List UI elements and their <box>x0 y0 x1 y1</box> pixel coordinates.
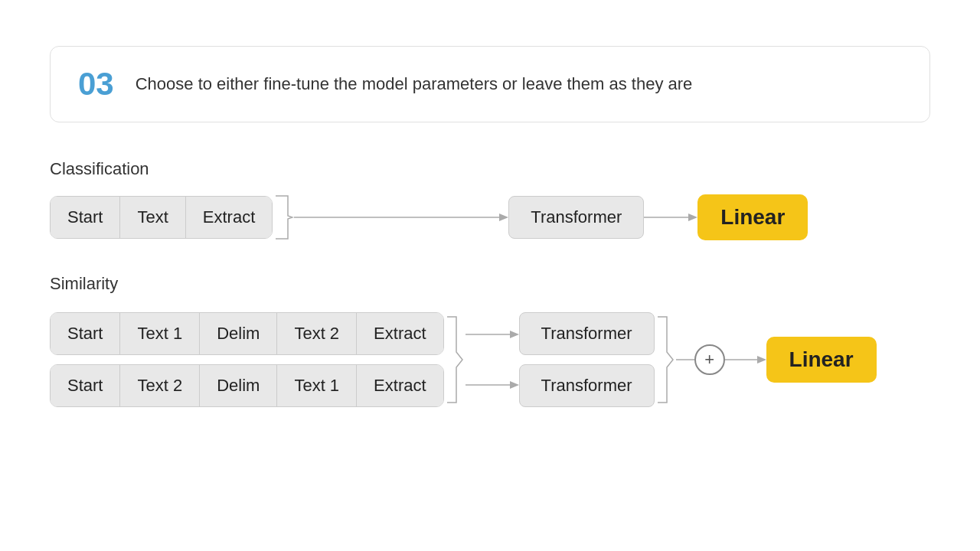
node-extract-r1: Extract <box>357 313 443 354</box>
similarity-row2-group: Start Text 2 Delim Text 1 Extract <box>50 364 444 407</box>
svg-marker-1 <box>499 214 508 221</box>
similarity-pipeline: Start Text 1 Delim Text 2 Extract Start … <box>50 309 930 410</box>
arrow-transformer2 <box>466 364 519 406</box>
node-extract: Extract <box>186 197 272 238</box>
node-text1-r1: Text 1 <box>120 313 200 354</box>
transformer-node-2: Transformer <box>519 364 655 407</box>
step-description: Choose to either fine-tune the model par… <box>136 74 693 94</box>
classification-section: Classification Start Text Extract <box>50 159 930 240</box>
classification-pipeline: Start Text Extract Transformer <box>50 194 930 240</box>
plus-circle: + <box>694 344 725 375</box>
node-text: Text <box>120 197 185 238</box>
linear-node-similarity: Linear <box>766 337 877 383</box>
similarity-node-rows: Start Text 1 Delim Text 2 Extract Start … <box>50 312 444 407</box>
node-delim-r1: Delim <box>200 313 277 354</box>
arrow-to-linear <box>644 206 697 229</box>
node-delim-r2: Delim <box>200 365 277 406</box>
node-text2-r1: Text 2 <box>277 313 357 354</box>
transformer-node-1: Transformer <box>519 312 655 355</box>
svg-marker-3 <box>688 214 697 221</box>
similarity-label: Similarity <box>50 274 930 294</box>
step-card: 03 Choose to either fine-tune the model … <box>50 46 930 122</box>
arrows-to-transformers <box>466 314 519 406</box>
node-start: Start <box>51 197 120 238</box>
arrow-to-transformer <box>294 206 508 229</box>
arrow-to-linear-sim <box>725 348 766 371</box>
classification-node-group: Start Text Extract <box>50 196 273 239</box>
svg-marker-5 <box>510 331 519 338</box>
svg-marker-10 <box>757 356 766 364</box>
node-extract-r2: Extract <box>357 365 443 406</box>
merge-bracket <box>444 309 466 410</box>
arrow-to-plus <box>676 348 694 371</box>
transformer-col: Transformer Transformer <box>519 312 655 407</box>
similarity-section: Similarity Start Text 1 Delim Text 2 Ext… <box>50 274 930 410</box>
page-container: 03 Choose to either fine-tune the model … <box>0 0 980 490</box>
bracket-connector <box>273 194 294 240</box>
step-number: 03 <box>78 68 114 100</box>
node-text1-r2: Text 1 <box>277 365 357 406</box>
arrow-transformer1 <box>466 314 519 355</box>
node-start-r2: Start <box>51 365 120 406</box>
node-start-r1: Start <box>51 313 120 354</box>
similarity-row1-group: Start Text 1 Delim Text 2 Extract <box>50 312 444 355</box>
merge-bracket-right <box>655 309 676 410</box>
transformer-node: Transformer <box>508 196 644 239</box>
linear-node-classification: Linear <box>697 194 808 240</box>
svg-marker-7 <box>510 381 519 389</box>
node-text2-r2: Text 2 <box>120 365 200 406</box>
classification-label: Classification <box>50 159 930 179</box>
